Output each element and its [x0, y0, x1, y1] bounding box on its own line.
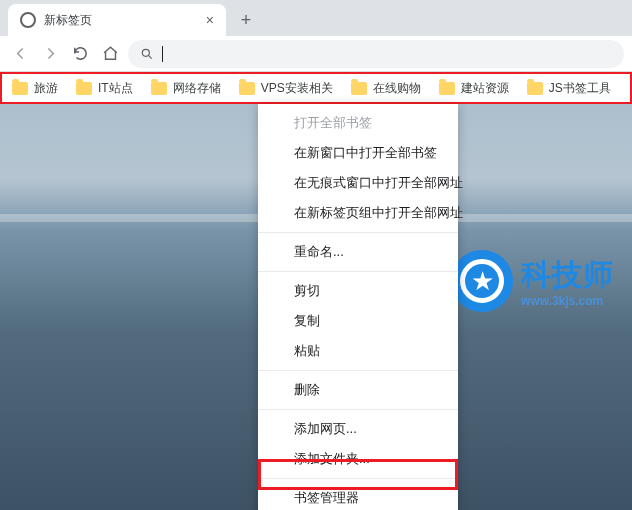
menu-item[interactable]: 添加文件夹...	[258, 444, 458, 474]
bookmark-label: VPS安装相关	[261, 80, 333, 97]
home-button[interactable]	[98, 42, 122, 66]
menu-separator	[258, 409, 458, 410]
bookmark-label: 建站资源	[461, 80, 509, 97]
bookmark-label: 旅游	[34, 80, 58, 97]
folder-icon	[151, 82, 167, 95]
chrome-icon	[20, 12, 36, 28]
menu-item[interactable]: 重命名...	[258, 237, 458, 267]
bookmark-folder[interactable]: 在线购物	[351, 80, 421, 97]
watermark-logo-icon	[451, 250, 513, 312]
menu-item[interactable]: 打开全部书签	[258, 108, 458, 138]
bookmark-folder[interactable]: VPS安装相关	[239, 80, 333, 97]
back-button[interactable]	[8, 42, 32, 66]
bookmark-folder[interactable]: 旅游	[12, 80, 58, 97]
folder-icon	[527, 82, 543, 95]
menu-item[interactable]: 在新标签页组中打开全部网址	[258, 198, 458, 228]
menu-item[interactable]: 添加网页...	[258, 414, 458, 444]
bookmark-folder[interactable]: JS书签工具	[527, 80, 611, 97]
menu-separator	[258, 478, 458, 479]
watermark-url: www.3kjs.com	[521, 294, 614, 308]
menu-item[interactable]: 删除	[258, 375, 458, 405]
menu-item[interactable]: 在新窗口中打开全部书签	[258, 138, 458, 168]
svg-point-0	[142, 49, 149, 56]
folder-icon	[351, 82, 367, 95]
tab-title: 新标签页	[44, 12, 92, 29]
folder-icon	[439, 82, 455, 95]
tab-strip: 新标签页 × +	[0, 0, 632, 36]
text-cursor	[162, 46, 163, 62]
browser-tab[interactable]: 新标签页 ×	[8, 4, 226, 36]
menu-item[interactable]: 剪切	[258, 276, 458, 306]
folder-icon	[239, 82, 255, 95]
forward-button[interactable]	[38, 42, 62, 66]
bookmark-folder[interactable]: 建站资源	[439, 80, 509, 97]
menu-separator	[258, 370, 458, 371]
search-icon	[140, 47, 154, 61]
menu-item[interactable]: 书签管理器	[258, 483, 458, 510]
watermark: 科技师 www.3kjs.com	[451, 250, 614, 312]
bookmarks-bar: 旅游IT站点网络存储VPS安装相关在线购物建站资源JS书签工具	[0, 72, 632, 104]
bookmark-label: IT站点	[98, 80, 133, 97]
watermark-title: 科技师	[521, 255, 614, 296]
bookmark-label: 网络存储	[173, 80, 221, 97]
toolbar	[0, 36, 632, 72]
new-tab-button[interactable]: +	[232, 6, 260, 34]
menu-item[interactable]: 在无痕式窗口中打开全部网址	[258, 168, 458, 198]
folder-icon	[12, 82, 28, 95]
context-menu: 打开全部书签在新窗口中打开全部书签在无痕式窗口中打开全部网址在新标签页组中打开全…	[258, 104, 458, 510]
close-icon[interactable]: ×	[206, 12, 214, 28]
bookmark-folder[interactable]: IT站点	[76, 80, 133, 97]
menu-separator	[258, 271, 458, 272]
menu-separator	[258, 232, 458, 233]
menu-item[interactable]: 复制	[258, 306, 458, 336]
bookmark-label: JS书签工具	[549, 80, 611, 97]
bookmark-folder[interactable]: 网络存储	[151, 80, 221, 97]
folder-icon	[76, 82, 92, 95]
menu-item[interactable]: 粘贴	[258, 336, 458, 366]
reload-button[interactable]	[68, 42, 92, 66]
bookmark-label: 在线购物	[373, 80, 421, 97]
address-bar[interactable]	[128, 40, 624, 68]
